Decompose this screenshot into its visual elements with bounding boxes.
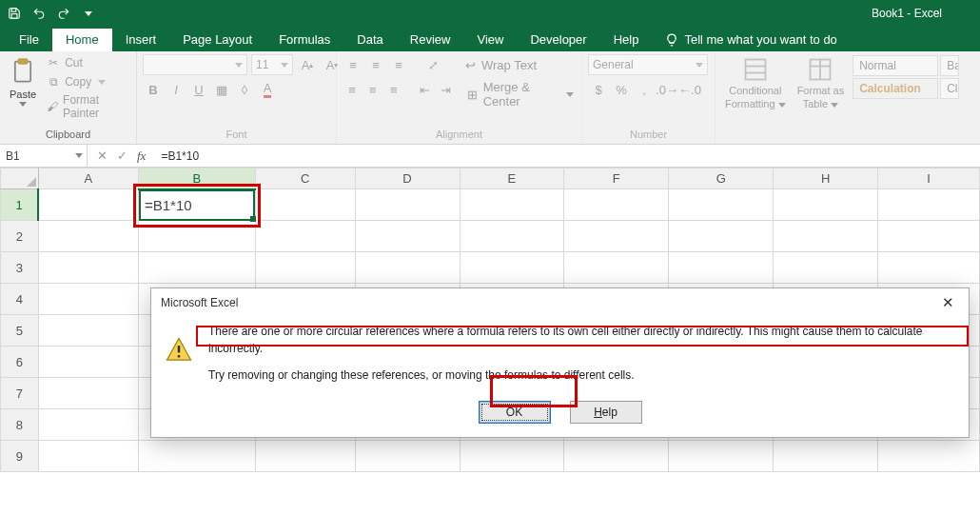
col-header-i[interactable]: I <box>878 168 980 189</box>
cell[interactable] <box>255 252 355 284</box>
row-header-2[interactable]: 2 <box>1 221 39 252</box>
style-bad[interactable]: Ba <box>940 55 959 76</box>
cell[interactable] <box>138 252 255 284</box>
tab-data[interactable]: Data <box>343 29 396 51</box>
tab-home[interactable]: Home <box>52 29 112 51</box>
style-check-cell[interactable]: Cl <box>940 78 959 99</box>
col-header-f[interactable]: F <box>564 168 669 189</box>
row-header-1[interactable]: 1 <box>1 189 39 221</box>
increase-indent-icon[interactable]: ⇥ <box>436 79 455 100</box>
cell[interactable] <box>460 441 564 472</box>
underline-button[interactable]: U <box>188 79 209 100</box>
cut-button[interactable]: ✂Cut <box>44 54 130 71</box>
col-header-e[interactable]: E <box>460 168 564 189</box>
cell[interactable] <box>38 315 138 347</box>
format-as-table-button[interactable]: Format as Table <box>794 54 849 111</box>
cell-styles-gallery[interactable]: Normal Ba Calculation Cl <box>852 54 960 100</box>
increase-decimal-icon[interactable]: .0→ <box>657 79 677 100</box>
percent-format-icon[interactable]: % <box>611 79 632 100</box>
cell[interactable] <box>355 221 460 252</box>
cell[interactable] <box>774 221 878 252</box>
align-center-icon[interactable]: ≡ <box>363 79 382 100</box>
cell[interactable] <box>355 441 460 472</box>
active-cell-b1[interactable]: =B1*10 <box>139 189 255 221</box>
cell[interactable] <box>255 441 355 472</box>
cell[interactable] <box>669 221 774 252</box>
decrease-font-icon[interactable]: A▾ <box>322 54 343 75</box>
italic-button[interactable]: I <box>166 79 186 100</box>
align-top-icon[interactable]: ≡ <box>343 54 363 75</box>
tab-view[interactable]: View <box>463 29 517 51</box>
fx-icon[interactable]: fx <box>137 149 146 164</box>
decrease-indent-icon[interactable]: ⇤ <box>416 79 435 100</box>
font-color-button[interactable]: A <box>257 79 278 100</box>
align-right-icon[interactable]: ≡ <box>384 79 403 100</box>
cell[interactable] <box>38 252 138 284</box>
cell[interactable] <box>355 189 460 221</box>
cell[interactable] <box>460 221 564 252</box>
increase-font-icon[interactable]: A▴ <box>297 54 318 75</box>
cell[interactable] <box>878 252 980 284</box>
row-header-8[interactable]: 8 <box>1 409 39 441</box>
cell[interactable] <box>460 252 564 284</box>
name-box[interactable]: B1 <box>0 145 88 167</box>
conditional-formatting-button[interactable]: Conditional Formatting <box>721 54 790 111</box>
undo-icon[interactable] <box>30 5 48 22</box>
cell[interactable] <box>38 221 138 252</box>
comma-format-icon[interactable]: , <box>634 79 655 100</box>
cell[interactable] <box>564 252 669 284</box>
row-header-3[interactable]: 3 <box>1 252 39 284</box>
cell[interactable] <box>255 221 355 252</box>
cell[interactable] <box>38 189 138 221</box>
style-calculation[interactable]: Calculation <box>853 78 938 99</box>
copy-button[interactable]: ⧉Copy <box>44 73 130 90</box>
cell[interactable] <box>669 189 774 221</box>
border-button[interactable]: ▦ <box>211 79 232 100</box>
save-icon[interactable] <box>6 5 23 22</box>
row-header-4[interactable]: 4 <box>1 284 39 315</box>
close-icon[interactable]: ✕ <box>934 292 961 313</box>
col-header-b[interactable]: B <box>138 168 255 189</box>
formula-bar[interactable]: =B1*10 <box>155 145 980 167</box>
fill-color-button[interactable]: ◊ <box>234 79 255 100</box>
col-header-d[interactable]: D <box>355 168 460 189</box>
cell[interactable] <box>774 189 878 221</box>
tab-review[interactable]: Review <box>397 29 464 51</box>
font-size-select[interactable]: 11 <box>251 54 293 75</box>
cell[interactable] <box>38 441 138 472</box>
tab-help[interactable]: Help <box>600 29 653 51</box>
cell[interactable] <box>878 189 980 221</box>
col-header-c[interactable]: C <box>255 168 355 189</box>
align-bottom-icon[interactable]: ≡ <box>388 54 409 75</box>
merge-center-button[interactable]: ⊞Merge & Center <box>464 79 576 109</box>
cell[interactable] <box>878 221 980 252</box>
wrap-text-button[interactable]: ↩Wrap Text <box>461 54 539 75</box>
cell[interactable] <box>38 378 138 409</box>
paste-button[interactable]: Paste <box>6 54 40 109</box>
cell[interactable] <box>138 221 255 252</box>
cell[interactable] <box>460 189 564 221</box>
cancel-formula-icon[interactable]: ✕ <box>97 149 108 163</box>
tab-developer[interactable]: Developer <box>517 29 599 51</box>
tab-page-layout[interactable]: Page Layout <box>169 29 265 51</box>
ok-button[interactable]: OK <box>479 401 551 424</box>
cell[interactable] <box>774 252 878 284</box>
cell[interactable] <box>255 189 355 221</box>
decrease-decimal-icon[interactable]: ←.0 <box>679 79 700 100</box>
orientation-icon[interactable]: ⤢ <box>422 54 443 75</box>
tab-insert[interactable]: Insert <box>112 29 170 51</box>
enter-formula-icon[interactable]: ✓ <box>117 149 127 163</box>
cell[interactable] <box>669 441 774 472</box>
row-header-7[interactable]: 7 <box>1 378 39 409</box>
accounting-format-icon[interactable]: $ <box>588 79 609 100</box>
align-left-icon[interactable]: ≡ <box>343 79 362 100</box>
fill-handle[interactable] <box>250 216 256 222</box>
cell[interactable] <box>38 284 138 315</box>
select-all-corner[interactable] <box>1 168 39 189</box>
cell[interactable] <box>564 189 669 221</box>
cell[interactable] <box>669 252 774 284</box>
tab-file[interactable]: File <box>6 29 52 51</box>
help-button[interactable]: Help <box>570 401 642 424</box>
col-header-g[interactable]: G <box>669 168 774 189</box>
col-header-a[interactable]: A <box>38 168 138 189</box>
